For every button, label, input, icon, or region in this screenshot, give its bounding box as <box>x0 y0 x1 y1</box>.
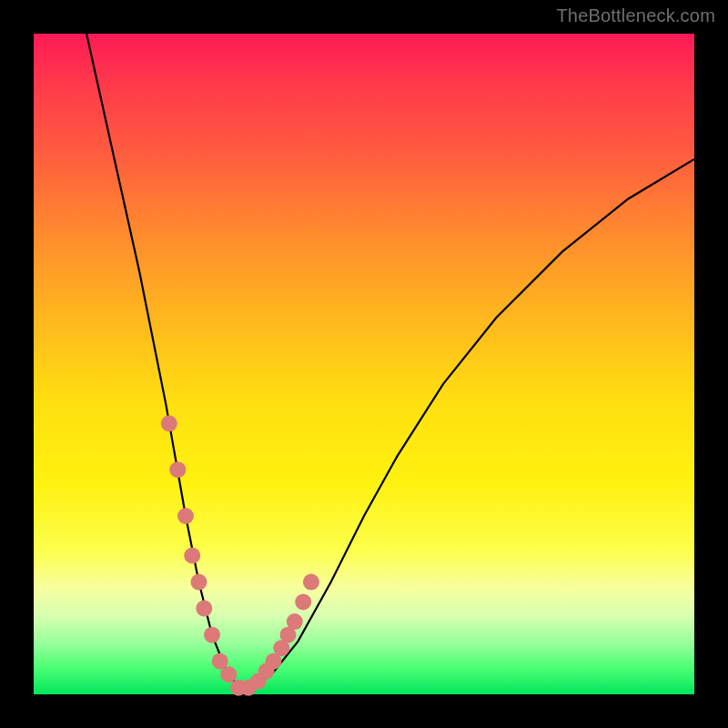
bottleneck-curve <box>86 34 694 688</box>
marker-point <box>184 548 200 564</box>
marker-point <box>220 666 237 682</box>
marker-point <box>196 601 212 617</box>
watermark-text: TheBottleneck.com <box>556 5 715 26</box>
marker-point <box>177 508 194 524</box>
marker-point <box>204 627 220 643</box>
marker-point <box>303 574 319 591</box>
marker-point <box>191 574 207 591</box>
chart-frame: TheBottleneck.com <box>0 0 728 728</box>
marker-point <box>169 461 186 478</box>
highlight-markers <box>161 415 319 695</box>
plot-area <box>34 34 694 694</box>
marker-point <box>295 593 311 610</box>
marker-point <box>161 415 177 431</box>
chart-svg <box>34 34 694 694</box>
marker-point <box>287 613 303 630</box>
